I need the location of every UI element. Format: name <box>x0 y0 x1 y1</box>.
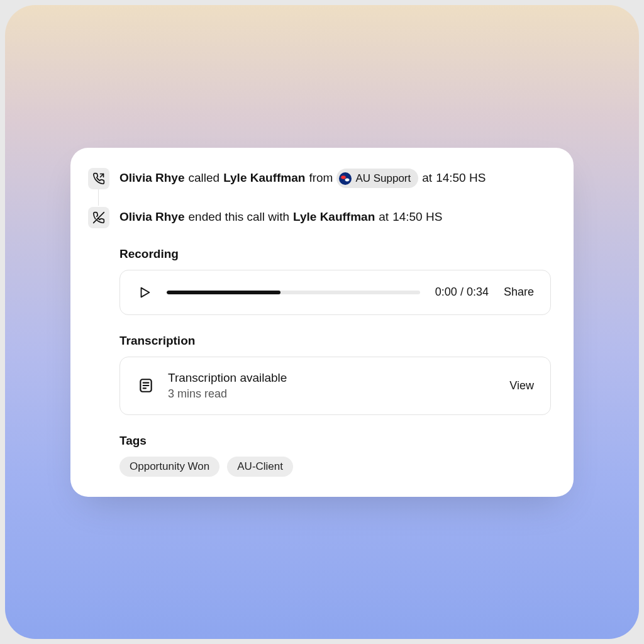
event-call-started: Olivia Rhye called Lyle Kauffman from AU… <box>88 168 551 189</box>
event-time: 14:50 HS <box>392 208 442 226</box>
source-label: AU Support <box>355 170 411 187</box>
transcription-section: Transcription Transcription available 3 … <box>119 334 551 415</box>
tag-chip[interactable]: Opportunity Won <box>119 457 219 477</box>
time-prefix: at <box>422 169 432 187</box>
verb: called <box>189 169 220 187</box>
call-activity-card: Olivia Rhye called Lyle Kauffman from AU… <box>70 148 574 497</box>
au-flag-icon <box>339 172 352 185</box>
callee-name: Lyle Kauffman <box>293 208 375 226</box>
recording-section: Recording 0:00 / 0:34 Share <box>119 247 551 315</box>
play-button[interactable] <box>136 284 153 301</box>
phone-outgoing-icon <box>88 168 109 189</box>
tags-section: Tags Opportunity Won AU-Client <box>119 434 551 477</box>
event-time: 14:50 HS <box>436 169 486 187</box>
verb: ended this call with <box>189 208 290 226</box>
view-button[interactable]: View <box>509 379 534 392</box>
transcription-panel: Transcription available 3 mins read View <box>119 357 551 415</box>
phone-off-icon <box>88 207 109 228</box>
transcription-title: Transcription available <box>168 371 497 385</box>
time-display: 0:00 / 0:34 <box>435 286 489 299</box>
callee-name: Lyle Kauffman <box>223 169 305 187</box>
tag-chip[interactable]: AU-Client <box>227 457 293 477</box>
elapsed-time: 0:00 <box>435 286 457 298</box>
event-text: Olivia Rhye ended this call with Lyle Ka… <box>119 208 442 226</box>
gradient-backdrop: Olivia Rhye called Lyle Kauffman from AU… <box>5 5 639 639</box>
transcription-subtitle: 3 mins read <box>168 387 497 401</box>
tags-row: Opportunity Won AU-Client <box>119 457 551 477</box>
caller-name: Olivia Rhye <box>119 169 185 187</box>
recording-player: 0:00 / 0:34 Share <box>119 270 551 315</box>
document-icon <box>136 376 155 395</box>
recording-heading: Recording <box>119 247 551 261</box>
timeline-connector <box>98 189 99 206</box>
transcription-text: Transcription available 3 mins read <box>168 371 497 401</box>
progress-track[interactable] <box>167 291 420 294</box>
event-text: Olivia Rhye called Lyle Kauffman from AU… <box>119 169 486 189</box>
from-word: from <box>309 169 333 187</box>
transcription-heading: Transcription <box>119 334 551 348</box>
total-time: 0:34 <box>467 286 489 298</box>
event-call-ended: Olivia Rhye ended this call with Lyle Ka… <box>88 207 551 228</box>
svg-marker-2 <box>142 287 150 297</box>
caller-name: Olivia Rhye <box>119 208 185 226</box>
play-icon <box>138 286 152 299</box>
source-chip[interactable]: AU Support <box>336 169 418 189</box>
time-separator: / <box>460 286 464 298</box>
share-button[interactable]: Share <box>504 286 534 299</box>
time-prefix: at <box>379 208 389 226</box>
tags-heading: Tags <box>119 434 551 448</box>
progress-fill <box>167 291 280 294</box>
